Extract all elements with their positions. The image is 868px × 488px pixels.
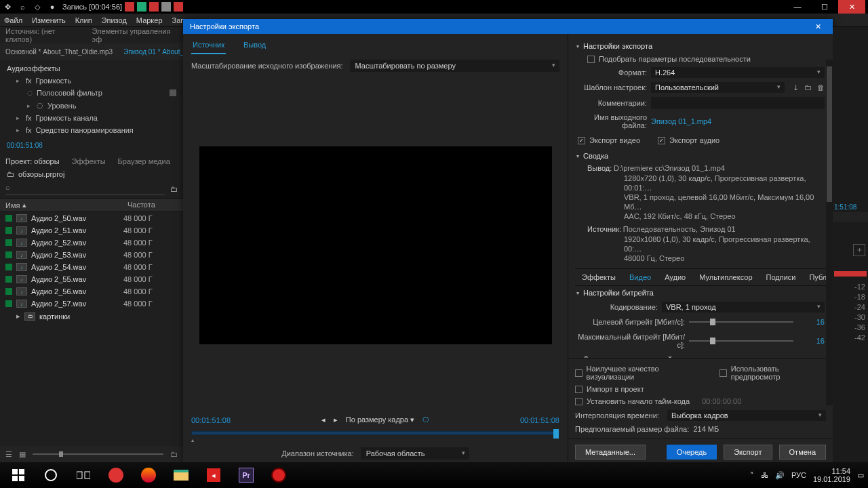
app-red-icon[interactable]: ◂ (199, 465, 228, 485)
prj-tab-media[interactable]: Браузер медиа (118, 157, 170, 165)
menu-marker[interactable]: Маркер (136, 16, 163, 24)
subtab-video[interactable]: Видео (623, 269, 658, 285)
queue-button[interactable]: Очередь (667, 445, 717, 460)
export-button[interactable]: Экспорт (724, 445, 772, 460)
start-button[interactable] (4, 465, 33, 485)
maximize-button[interactable]: ☐ (811, 0, 838, 14)
col-name[interactable]: Имя (5, 201, 20, 209)
folder-icon[interactable]: 🗀 (170, 185, 178, 193)
tray-lang[interactable]: РУС (791, 471, 806, 479)
scale-dropdown[interactable]: Масштабировать по размеру (350, 60, 559, 72)
add-track-button[interactable]: ＋ (853, 244, 865, 256)
tc-out[interactable]: 00:01:51:08 (520, 416, 559, 424)
target-bitrate-slider[interactable] (689, 321, 793, 323)
menu-episode[interactable]: Эпизод (102, 16, 127, 24)
fx-ch-volume[interactable]: Громкость канала (36, 114, 98, 122)
metadata-button[interactable]: Метаданные... (575, 445, 646, 460)
col-freq[interactable]: Частота (127, 201, 155, 209)
seq-tab-episode[interactable]: Эпизод 01 * About_ (123, 48, 184, 56)
project-search[interactable]: ⌕ (5, 183, 165, 195)
tray-up-icon[interactable]: ˄ (750, 471, 754, 480)
list-item[interactable]: ♪Аудио 2_53.wav48 000 Г (0, 249, 183, 261)
cancel-button[interactable]: Отмена (779, 445, 826, 460)
chk-export-video[interactable] (578, 137, 585, 144)
recorder-icon[interactable] (264, 465, 293, 485)
right-scrollbar[interactable] (826, 60, 833, 405)
tray-vol-icon[interactable]: 🔊 (775, 471, 785, 480)
subtab-audio[interactable]: Аудио (658, 269, 692, 285)
tc-in[interactable]: 00:01:51:08 (191, 416, 231, 424)
scrub-bar[interactable]: ▴ (183, 427, 568, 442)
menu-edit[interactable]: Изменить (32, 16, 66, 24)
max-bitrate-slider[interactable] (689, 340, 793, 342)
indicator-red-3 (174, 2, 183, 12)
opera-icon[interactable] (102, 465, 130, 485)
prj-tab-effects[interactable]: Эффекты (72, 157, 106, 165)
cortana-icon[interactable] (37, 465, 65, 485)
chk-use-preview[interactable] (719, 369, 726, 377)
menu-file[interactable]: Файл (4, 16, 22, 24)
tray-net-icon[interactable]: 🖧 (761, 471, 768, 479)
keyframe-box[interactable] (170, 89, 176, 96)
fx-bandpass[interactable]: Полосовой фильтр (37, 89, 102, 97)
seq-tab-main[interactable]: Основной * About_That_Oldie.mp3 (5, 48, 113, 56)
max-bitrate-value[interactable]: 16 (797, 337, 825, 345)
subtab-captions[interactable]: Подписи (760, 269, 803, 285)
new-bin-icon[interactable]: 🗀 (170, 450, 178, 458)
chk-set-tc[interactable] (575, 398, 583, 405)
taskview-icon[interactable] (69, 465, 98, 485)
sort-asc-icon[interactable]: ▴ (22, 201, 26, 209)
range-dropdown[interactable]: Рабочая область (361, 447, 469, 460)
list-item[interactable]: ♪Аудио 2_56.wav48 000 Г (0, 285, 183, 298)
play-icon[interactable]: ▸ (334, 415, 338, 424)
tab-output[interactable]: Вывод (242, 37, 267, 54)
dialog-titlebar[interactable]: Настройки экспорта ✕ (183, 19, 833, 34)
chk-match[interactable] (587, 56, 595, 63)
fx-volume[interactable]: Громкость (36, 77, 71, 85)
import-preset-icon[interactable]: 🗀 (804, 83, 812, 92)
delete-preset-icon[interactable]: 🗑 (817, 83, 825, 92)
list-item-folder[interactable]: ▸🗀картинки (0, 310, 183, 323)
fit-dropdown[interactable]: По размеру кадра ▾ (346, 415, 414, 424)
list-item[interactable]: ♪Аудио 2_50.wav48 000 Г (0, 212, 183, 224)
explorer-icon[interactable] (167, 465, 195, 485)
subtab-mux[interactable]: Мультиплексор (692, 269, 759, 285)
encoding-dropdown[interactable]: VBR, 1 проход (662, 302, 825, 312)
subtab-effects[interactable]: Эффекты (575, 269, 623, 285)
tab-fx-controls[interactable]: Элементы управления эф (92, 27, 178, 43)
fx-panner[interactable]: Средство панорамирования (36, 126, 134, 134)
interp-dropdown[interactable]: Выборка кадров (667, 410, 826, 421)
crop-tool-icon[interactable]: ⎔ (422, 415, 429, 424)
list-item[interactable]: ♪Аудио 2_54.wav48 000 Г (0, 261, 183, 273)
tray-notifications-icon[interactable]: ▭ (857, 471, 864, 480)
preset-dropdown[interactable]: Пользовательский (651, 82, 785, 93)
chk-import[interactable] (575, 386, 583, 393)
list-item[interactable]: ♪Аудио 2_52.wav48 000 Г (0, 237, 183, 249)
close-button[interactable]: ✕ (838, 0, 865, 14)
chk-export-audio[interactable] (658, 137, 665, 144)
tray-clock[interactable]: 11:54 19.01.2019 (813, 467, 850, 483)
dialog-close-button[interactable]: ✕ (810, 22, 826, 31)
list-item[interactable]: ♪Аудио 2_57.wav48 000 Г (0, 298, 183, 310)
save-preset-icon[interactable]: ⤓ (793, 83, 799, 92)
minimize-button[interactable]: — (784, 0, 811, 14)
target-bitrate-value[interactable]: 16 (797, 318, 825, 326)
thumbsize-slider[interactable] (33, 453, 163, 455)
menu-clip[interactable]: Клип (75, 16, 92, 24)
playhead[interactable] (553, 429, 559, 439)
list-item[interactable]: ♪Аудио 2_51.wav48 000 Г (0, 224, 183, 237)
tab-source[interactable]: Источник: (нет клипов) (5, 27, 80, 43)
firefox-icon[interactable] (134, 465, 163, 485)
tab-source[interactable]: Источник (191, 37, 226, 54)
fx-level[interactable]: Уровень (47, 102, 76, 110)
prj-tab-project[interactable]: Проект: обзоры (5, 157, 60, 165)
listview-icon[interactable]: ☰ (5, 450, 12, 459)
format-dropdown[interactable]: H.264 (651, 67, 825, 78)
iconview-icon[interactable]: ▦ (19, 450, 26, 459)
list-item[interactable]: ♪Аудио 2_55.wav48 000 Г (0, 273, 183, 285)
chk-max-quality[interactable] (575, 369, 583, 377)
output-filename[interactable]: Эпизод 01_1.mp4 (651, 117, 711, 125)
prev-frame-icon[interactable]: ◂ (321, 415, 326, 424)
premiere-icon[interactable]: Pr (232, 465, 260, 485)
comment-input[interactable] (651, 97, 825, 109)
